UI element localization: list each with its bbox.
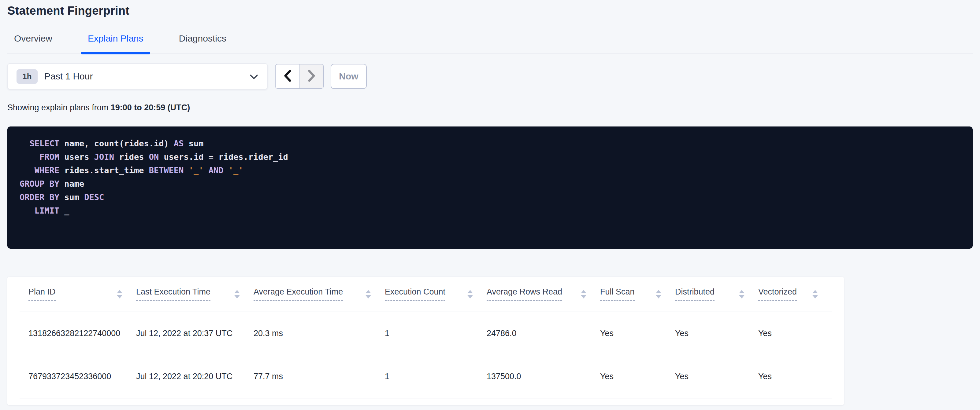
time-range-dropdown[interactable]: 1h Past 1 Hour (7, 63, 267, 90)
column-label-plan-id: Plan ID (29, 287, 56, 301)
page-title: Statement Fingerprint (7, 4, 973, 17)
sql-statement-box: SELECT name, count(rides.id) AS sum FROM… (7, 127, 973, 249)
table-cell-plan-id: 767933723452336000 (19, 372, 136, 381)
table-cell-plan-id: 13182663282122740000 (19, 329, 136, 338)
column-header-full-scan[interactable]: Full Scan (600, 287, 675, 301)
tab-bar: OverviewExplain PlansDiagnostics (7, 33, 973, 54)
column-header-last-execution-time[interactable]: Last Execution Time (136, 287, 254, 301)
column-header-average-rows-read[interactable]: Average Rows Read (487, 287, 600, 301)
explain-plans-table: Plan ID Last Execution Time Average Exec… (7, 277, 844, 405)
sort-icon[interactable] (366, 290, 371, 299)
status-line-prefix: Showing explain plans from (7, 103, 111, 112)
column-label-vectorized: Vectorized (758, 287, 797, 301)
chevron-down-icon (249, 74, 258, 81)
table-cell-distributed: Yes (675, 372, 758, 381)
table-cell-average-execution-time: 20.3 ms (254, 329, 385, 338)
tab-overview[interactable]: Overview (7, 33, 59, 53)
column-header-vectorized[interactable]: Vectorized (758, 287, 832, 301)
sql-line: LIMIT _ (19, 204, 961, 217)
table-cell-full-scan: Yes (600, 372, 675, 381)
table-cell-average-rows-read: 24786.0 (487, 329, 600, 338)
table-cell-vectorized: Yes (758, 329, 832, 338)
sort-icon[interactable] (739, 290, 745, 299)
table-cell-average-rows-read: 137500.0 (487, 372, 600, 381)
sort-icon[interactable] (234, 290, 240, 299)
table-cell-full-scan: Yes (600, 329, 675, 338)
tab-label-explain-plans: Explain Plans (88, 33, 143, 43)
status-line: Showing explain plans from 19:00 to 20:5… (7, 103, 973, 112)
column-label-distributed: Distributed (675, 287, 714, 301)
table-header-row: Plan ID Last Execution Time Average Exec… (19, 277, 832, 312)
sql-line: GROUP BY name (19, 177, 961, 191)
statement-fingerprint-page: Statement Fingerprint OverviewExplain Pl… (0, 0, 980, 405)
table-cell-execution-count: 1 (385, 372, 487, 381)
table-body: 13182663282122740000Jul 12, 2022 at 20:3… (19, 312, 832, 398)
time-range-badge: 1h (16, 70, 38, 84)
chevron-right-icon (307, 69, 316, 84)
sort-icon[interactable] (812, 290, 818, 299)
column-label-full-scan: Full Scan (600, 287, 635, 301)
chevron-left-icon (283, 69, 292, 84)
time-nav-group (275, 64, 324, 89)
tab-explain-plans[interactable]: Explain Plans (81, 33, 150, 53)
column-label-execution-count: Execution Count (385, 287, 445, 301)
sql-line: SELECT name, count(rides.id) AS sum (19, 137, 961, 150)
sql-line: FROM users JOIN rides ON users.id = ride… (19, 150, 961, 164)
column-header-distributed[interactable]: Distributed (675, 287, 758, 301)
time-range-label: Past 1 Hour (45, 71, 93, 82)
tab-label-overview: Overview (14, 33, 52, 43)
sort-icon[interactable] (468, 290, 473, 299)
column-header-execution-count[interactable]: Execution Count (385, 287, 487, 301)
sql-line: ORDER BY sum DESC (19, 191, 961, 204)
column-label-average-rows-read: Average Rows Read (487, 287, 562, 301)
status-line-range: 19:00 to 20:59 (UTC) (111, 103, 190, 112)
sort-icon[interactable] (117, 290, 123, 299)
table-cell-last-execution-time: Jul 12, 2022 at 20:37 UTC (136, 329, 254, 338)
table-cell-execution-count: 1 (385, 329, 487, 338)
table-row: 767933723452336000Jul 12, 2022 at 20:20 … (19, 355, 832, 398)
column-header-average-execution-time[interactable]: Average Execution Time (254, 287, 385, 301)
tab-label-diagnostics: Diagnostics (179, 33, 226, 43)
column-label-last-execution-time: Last Execution Time (136, 287, 210, 301)
column-label-average-execution-time: Average Execution Time (254, 287, 343, 301)
table-cell-average-execution-time: 77.7 ms (254, 372, 385, 381)
sort-icon[interactable] (581, 290, 586, 299)
tab-diagnostics[interactable]: Diagnostics (172, 33, 233, 53)
sql-line: WHERE rides.start_time BETWEEN '_' AND '… (19, 164, 961, 177)
now-button[interactable]: Now (331, 64, 367, 89)
next-time-button[interactable] (299, 65, 323, 88)
table-row: 13182663282122740000Jul 12, 2022 at 20:3… (19, 312, 832, 355)
time-picker-row: 1h Past 1 Hour Now (7, 63, 973, 90)
table-cell-last-execution-time: Jul 12, 2022 at 20:20 UTC (136, 372, 254, 381)
sort-icon[interactable] (656, 290, 661, 299)
column-header-plan-id[interactable]: Plan ID (19, 287, 136, 301)
prev-time-button[interactable] (275, 65, 299, 88)
table-cell-vectorized: Yes (758, 372, 832, 381)
table-cell-distributed: Yes (675, 329, 758, 338)
